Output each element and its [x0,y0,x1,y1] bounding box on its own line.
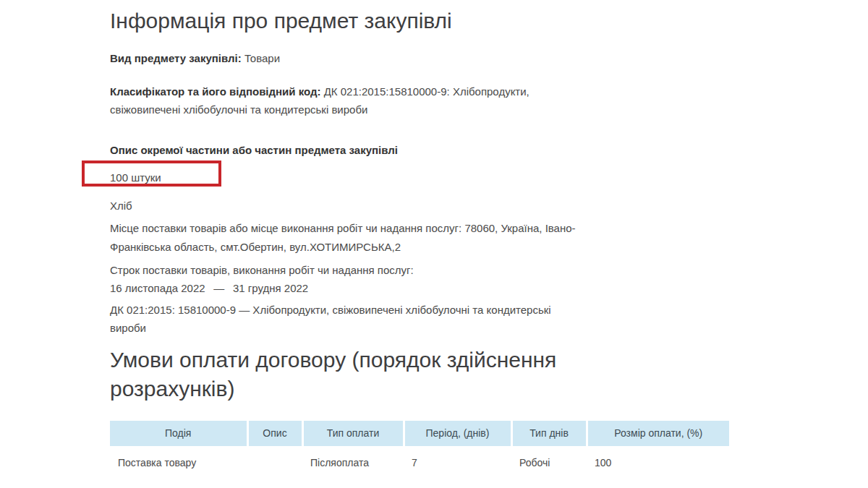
cell-payment-type: Післяоплата [302,446,404,477]
payment-table-header: Подія Опис Тип оплати Період, (днів) Тип… [110,421,729,446]
delivery-term: Строк поставки товарів, виконання робіт … [110,261,729,297]
cell-description [247,446,302,477]
column-header-description: Опис [247,421,302,446]
column-header-payment-type: Тип оплати [302,421,404,446]
delivery-term-label: Строк поставки товарів, виконання робіт … [110,261,729,279]
column-header-day-type: Тип днів [511,421,587,446]
delivery-place: Місце поставки товарів або місце виконан… [110,219,579,257]
procurement-type-label: Вид предмету закупівлі: [110,52,242,64]
procurement-type-value: Товари [244,52,280,64]
column-header-payment-size: Розмір оплати, (%) [587,421,729,446]
column-header-event: Подія [110,421,247,446]
delivery-term-dates: 16 листопада 2022 — 31 грудня 2022 [110,279,729,297]
header-row: Подія Опис Тип оплати Період, (днів) Тип… [110,421,729,446]
lot-name: Хліб [110,197,729,215]
page-title: Інформація про предмет закупівлі [110,9,729,33]
lot-description-heading: Опис окремої частини або частин предмета… [110,141,729,159]
lot-quantity-value: 100 штуки [110,168,729,187]
dk-code-line: ДК 021:2015: 15810000-9 — Хлібопродукти,… [110,301,579,337]
cell-day-type: Робочі [511,446,587,477]
cell-event: Поставка товару [110,446,247,477]
cell-payment-size: 100 [587,446,729,477]
cell-period-days: 7 [404,446,511,477]
classifier-label: Класифікатор та його відповідний код: [110,85,321,98]
main-content: Інформація про предмет закупівлі Вид пре… [110,0,729,477]
payment-section-title: Умови оплати договору (порядок здійсненн… [110,346,674,403]
column-header-period-days: Період, (днів) [404,421,511,446]
classifier-row: Класифікатор та його відповідний код: ДК… [110,82,579,119]
payment-table-body: Поставка товару Післяоплата 7 Робочі 100 [110,446,729,477]
procurement-type-row: Вид предмету закупівлі: Товари [110,51,729,67]
payment-terms-table: Подія Опис Тип оплати Період, (днів) Тип… [110,421,729,477]
table-row: Поставка товару Післяоплата 7 Робочі 100 [110,446,729,477]
